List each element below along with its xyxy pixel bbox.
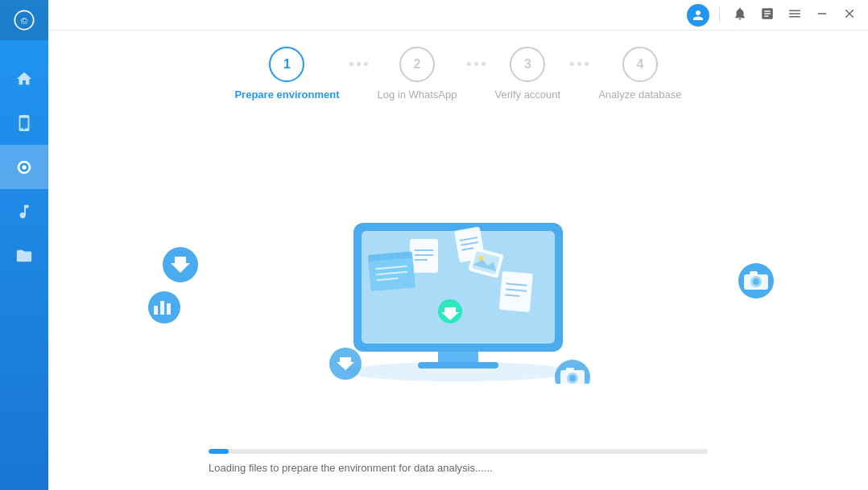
dots-2-3 [467,62,486,85]
notification-icon[interactable] [730,3,750,27]
main-illustration [281,175,635,384]
step-3-circle: 3 [510,47,545,82]
float-circle-barchart [147,290,182,328]
svg-rect-49 [167,303,171,315]
svg-rect-23 [369,257,415,291]
svg-rect-55 [761,277,765,279]
svg-rect-43 [566,368,574,372]
svg-rect-27 [499,271,533,312]
svg-rect-54 [750,271,758,275]
svg-rect-47 [154,306,158,315]
step-2: 2 Log in WhatsApp [378,47,457,101]
svg-point-42 [569,375,576,381]
sidebar-item-music[interactable] [0,189,48,233]
step-1-circle: 1 [269,47,304,82]
dot [577,62,581,66]
step-4-number: 4 [636,57,643,72]
sidebar-item-device[interactable] [0,101,48,145]
progress-text: Loading files to prepare the environment… [209,462,708,474]
step-4: 4 Analyze database [598,47,681,101]
notes-icon[interactable] [757,3,778,27]
main-area: 1 Prepare environment 2 Log in WhatsApp [48,0,868,490]
close-icon[interactable] [839,3,860,27]
step-3-label: Verify account [495,89,561,101]
step-4-label: Analyze database [598,89,681,101]
progress-section: Loading files to prepare the environment… [209,449,708,474]
dot [474,62,478,66]
dot [585,62,589,66]
sidebar: © [0,0,48,490]
dot [482,62,486,66]
step-2-label: Log in WhatsApp [378,89,457,101]
step-1-label: Prepare environment [234,89,339,101]
sidebar-nav [0,56,48,278]
dot [364,62,368,66]
step-3-number: 3 [524,57,531,72]
illustration [81,117,836,441]
step-4-circle: 4 [622,47,658,82]
dot [349,62,353,66]
step-1-number: 1 [283,57,291,72]
step-2-number: 2 [414,57,421,72]
titlebar [48,0,868,31]
dots-1-2 [349,62,368,85]
menu-icon[interactable] [784,3,805,27]
dot [570,62,574,66]
svg-text:©: © [21,15,28,26]
app-logo: © [0,0,48,40]
dot [467,62,471,66]
minimize-icon[interactable] [812,3,833,27]
sidebar-item-files[interactable] [0,233,48,278]
titlebar-controls [687,3,860,27]
profile-icon[interactable] [687,4,709,27]
float-circle-camera [737,261,775,303]
float-circle-download [161,245,200,287]
content-area: 1 Prepare environment 2 Log in WhatsApp [48,31,868,490]
sidebar-item-home[interactable] [0,56,48,101]
svg-rect-7 [418,362,498,369]
svg-rect-48 [160,301,164,315]
progress-bar-track [209,449,708,454]
svg-point-53 [753,278,759,285]
step-1: 1 Prepare environment [234,47,339,101]
sidebar-item-whatsapp[interactable] [0,145,48,189]
titlebar-divider [719,7,720,23]
dots-3-4 [570,62,589,85]
progress-bar-fill [209,449,229,454]
step-3: 3 Verify account [495,47,561,101]
step-2-circle: 2 [399,47,435,82]
dot [357,62,361,66]
steps-container: 1 Prepare environment 2 Log in WhatsApp [81,47,836,101]
svg-point-4 [22,165,27,170]
